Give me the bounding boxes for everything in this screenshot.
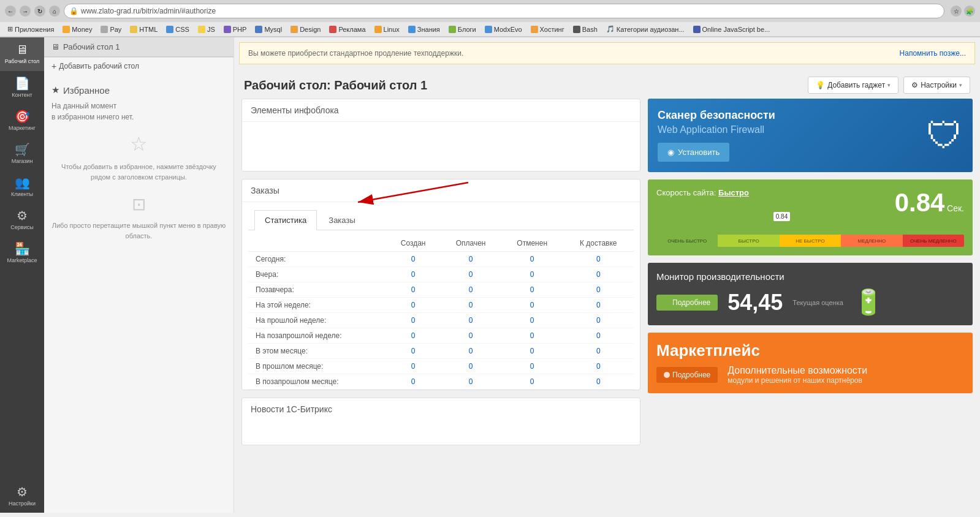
chevron-down-icon-2: ▾ [959,82,962,88]
bookmark-apps[interactable]: ⊞Приложения [5,24,56,34]
bookmark-bash[interactable]: Bash [571,25,600,34]
speed-header: Скорость сайта: Быстро 0.84 Сек. [656,188,964,217]
secondary-panel: 🖥 Рабочий стол 1 + Добавить рабочий стол… [44,37,234,513]
security-subtitle: Web Application Firewall [658,124,916,135]
tab-statistics[interactable]: Статистика [254,210,317,230]
panel-header: 🖥 Рабочий стол 1 [44,37,234,57]
infoblock-header: Элементы инфоблока [242,99,640,122]
table-row: В позапрошлом месяце:0000 [248,374,634,390]
col-created: Создан [386,235,440,252]
speed-title-row: Скорость сайта: Быстро [656,188,749,197]
speed-indicator: 0.84 [773,212,790,221]
bookmark-star[interactable]: ☆ [951,6,962,17]
bookmark-css[interactable]: CSS [164,25,192,34]
row-value: 0 [563,252,634,267]
sidebar-item-marketing[interactable]: 🎯 Маркетинг [0,104,44,137]
table-row: На прошлой неделе:0000 [248,313,634,328]
segment-fast: БЫСТРО [718,235,779,247]
table-row: Позавчера:0000 [248,282,634,298]
url-text: www.zlato-grad.ru/bitrix/admin/#authoriz… [81,7,216,15]
reload-button[interactable]: ↻ [34,6,45,17]
bookmark-js[interactable]: JS [196,25,218,34]
remind-later-link[interactable]: Напомнить позже... [900,49,966,58]
star-icon: ★ [51,85,59,96]
row-label: Вчера: [248,267,386,282]
install-button[interactable]: ◉ Установить [658,143,729,162]
content-icon: 📄 [15,77,30,89]
row-label: Позавчера: [248,282,386,298]
app-container: 🖥 Рабочий стол 📄 Контент 🎯 Маркетинг 🛒 М… [0,37,980,513]
sidebar-item-clients[interactable]: 👥 Клиенты [0,170,44,203]
bookmark-reklama[interactable]: Реклама [327,25,368,34]
row-value: 0 [501,252,563,267]
bookmark-blogi[interactable]: Блоги [446,25,479,34]
add-desktop-button[interactable]: + Добавить рабочий стол [44,57,234,75]
sidebar-item-shop-label: Магазин [12,158,33,164]
table-row: На позапрошлой неделе:0000 [248,328,634,344]
bookmark-html[interactable]: HTML [127,25,160,34]
security-widget: Сканер безопасности Web Application Fire… [648,99,973,172]
orders-widget: Заказы Статистика Заказы Создан Опл [241,179,640,390]
bookmark-js-online[interactable]: Online JavaScript be... [691,25,773,34]
home-button[interactable]: ⌂ [49,6,60,17]
sidebar-item-settings[interactable]: ⚙ Настройки [0,480,44,513]
desktop-icon: 🖥 [16,43,28,56]
tab-orders[interactable]: Заказы [318,210,365,230]
row-value: 0 [563,313,634,328]
add-gadget-button[interactable]: 💡 Добавить гаджет ▾ [808,77,898,94]
settings-button[interactable]: ⚙ Настройки ▾ [903,77,970,94]
bookmark-linux[interactable]: Linux [372,25,402,34]
speed-bar-container: 0.84 ОЧЕНЬ БЫСТРО БЫСТРО НЕ БЫСТРО МЕДЛЕ… [656,222,964,247]
segment-slow: МЕДЛЕННО [841,235,902,247]
row-value: 0 [563,359,634,374]
table-row: В этом месяце:0000 [248,344,634,359]
sidebar-item-marketing-label: Маркетинг [9,125,36,131]
favorites-star-icon: ☆ [51,132,226,156]
notification-bar: Вы можете приобрести стандартное продлен… [239,42,975,64]
plus-icon: + [51,61,56,71]
bookmark-audio[interactable]: 🎵Категории аудиозан... [604,24,687,34]
bookmarks-bar: ⊞Приложения Money Pay HTML CSS JS PHP M [0,22,980,37]
bookmark-pay[interactable]: Pay [98,25,124,34]
sidebar-item-desktop[interactable]: 🖥 Рабочий стол [0,37,44,71]
bookmark-hosting[interactable]: Хостинг [528,25,567,34]
security-widget-text: Сканер безопасности Web Application Fire… [658,109,916,162]
sidebar-item-services[interactable]: ⚙ Сервисы [0,203,44,236]
bookmark-money[interactable]: Money [60,25,94,34]
sidebar-item-marketplace[interactable]: 🏪 Marketplace [0,236,44,270]
sidebar-item-clients-label: Клиенты [11,191,33,197]
bookmark-znania[interactable]: Знания [406,25,443,34]
sidebar-item-shop[interactable]: 🛒 Магазин [0,137,44,170]
row-value: 0 [386,282,440,298]
url-bar[interactable]: 🔒 www.zlato-grad.ru/bitrix/admin/#author… [64,4,944,18]
speed-title: Скорость сайта: [656,188,716,197]
row-value: 0 [440,359,501,374]
content-right: Сканер безопасности Web Application Fire… [648,99,973,445]
performance-details-button[interactable]: Подробнее [656,295,718,311]
row-value: 0 [440,282,501,298]
sidebar-item-content[interactable]: 📄 Контент [0,71,44,104]
table-row: В прошлом месяце:0000 [248,359,634,374]
extensions-btn[interactable]: 🧩 [964,6,975,17]
bookmark-mysql[interactable]: Mysql [253,25,284,34]
bookmark-design[interactable]: Design [288,25,323,34]
row-label: На позапрошлой неделе: [248,328,386,344]
row-value: 0 [386,359,440,374]
content-grid: Элементы инфоблока [234,99,980,453]
green-dot-icon [664,300,670,306]
speed-link[interactable]: Быстро [718,188,749,197]
marketplace-details-button[interactable]: Подробнее [656,367,718,383]
forward-button[interactable]: → [20,6,31,17]
speed-indicator-row: 0.84 [656,222,964,232]
back-button[interactable]: ← [5,6,16,17]
col-delivery: К доставке [563,235,634,252]
performance-title: Монитор производительности [656,271,964,282]
bookmark-modx[interactable]: ModxEvo [482,25,525,34]
security-title: Сканер безопасности [658,109,916,122]
row-value: 0 [563,282,634,298]
row-value: 0 [563,344,634,359]
row-label: На прошлой неделе: [248,313,386,328]
bookmark-php[interactable]: PHP [221,25,249,34]
row-label: В позапрошлом месяце: [248,374,386,390]
favorites-hint-text: Чтобы добавить в избранное, нажмите звёз… [51,162,226,182]
